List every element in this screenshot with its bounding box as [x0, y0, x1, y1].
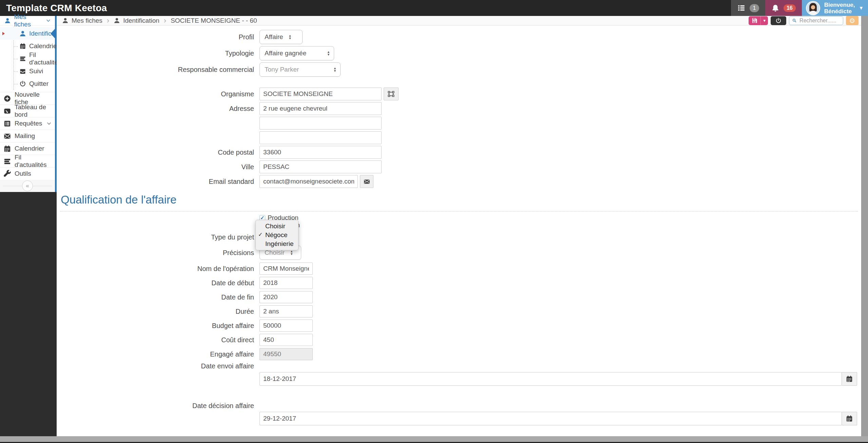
adresse-input-2[interactable]: [259, 117, 382, 130]
organisme-link-button[interactable]: [384, 88, 399, 100]
date-envoi-calendar-button[interactable]: [842, 372, 857, 386]
form-row-email: Email standard: [57, 175, 861, 188]
form-row-adresse-2: [57, 117, 861, 130]
logout-button[interactable]: [771, 16, 786, 25]
dropdown-option-choisir[interactable]: Choisir: [256, 222, 298, 231]
top-bar: Template CRM Keetoa 1 16 Bienvenue,Bénéd…: [0, 0, 868, 16]
code-postal-input[interactable]: [259, 146, 382, 159]
sidebar-menu: Mes fiches Identification Calendrier: [0, 16, 57, 192]
select-arrows-icon: ▲▼: [289, 34, 292, 40]
avatar: [806, 1, 820, 15]
field-label: Typologie: [57, 50, 259, 57]
form-row-precisions: Précisions Choisir ▲▼: [57, 246, 861, 260]
form-row-date-fin: Date de fin: [57, 291, 861, 303]
sidebar-item-calendrier[interactable]: Calendrier: [0, 40, 55, 52]
search-box: [789, 16, 843, 25]
scrollbar-vertical[interactable]: [861, 16, 868, 436]
save-split-button[interactable]: ▾: [749, 16, 768, 25]
breadcrumb: Mes fiches › Identification › SOCIETE MO…: [62, 16, 257, 25]
notifications-button[interactable]: 16: [765, 0, 802, 16]
email-input[interactable]: [259, 175, 358, 188]
sidebar-item-identification[interactable]: Identification: [0, 27, 55, 40]
ville-input[interactable]: [259, 160, 382, 173]
save-dropdown-caret[interactable]: ▾: [760, 16, 768, 25]
envelope-icon: [363, 178, 370, 185]
person-icon: [114, 17, 120, 24]
form-row-nom-operation: Nom de l'opération: [57, 263, 861, 275]
current-marker-icon: [2, 32, 5, 35]
field-label: Nom de l'opération: [57, 265, 259, 273]
sidebar-item-outils[interactable]: Outils: [0, 168, 55, 180]
organisme-input[interactable]: [259, 88, 382, 100]
dropdown-option-negoce[interactable]: ✓ Négoce: [256, 231, 298, 239]
user-menu-button[interactable]: Bienvenue,Bénédicte ▾: [802, 0, 868, 16]
feed-icon: [19, 55, 26, 62]
adresse-input[interactable]: [259, 102, 382, 115]
breadcrumb-mes-fiches[interactable]: Mes fiches: [72, 17, 102, 24]
nom-operation-input[interactable]: [259, 263, 313, 275]
calendar-icon: [846, 415, 853, 422]
dropdown-option-ingenierie[interactable]: Ingénierie: [256, 239, 298, 248]
form-row-ville: Ville: [57, 160, 861, 173]
record-form: Profil Affaire ▲▼ Typologie Affaire gagn…: [57, 25, 861, 436]
select-arrows-icon: ▲▼: [290, 250, 293, 255]
field-label: Ville: [57, 163, 259, 171]
sidebar-item-nouvelle-fiche[interactable]: Nouvelle fiche: [0, 92, 55, 105]
field-label: Email standard: [57, 178, 259, 186]
profil-select[interactable]: Affaire ▲▼: [259, 30, 303, 44]
calendar-icon: [19, 43, 26, 50]
form-row-type-projet: Type du projet Choisir ✓ Négoce Ingénier…: [57, 229, 861, 245]
responsable-select[interactable]: Tony Parker ▲▼: [259, 62, 341, 77]
breadcrumb-bar: Mes fiches › Identification › SOCIETE MO…: [57, 16, 861, 25]
sidebar-item-requetes[interactable]: Requêtes: [0, 117, 55, 130]
application-window: Template CRM Keetoa 1 16 Bienvenue,Bénéd…: [0, 0, 868, 443]
sidebar-item-suivi[interactable]: Suivi: [0, 65, 55, 77]
sidebar-item-fil-actualites-2[interactable]: Fil d'actualités: [0, 155, 55, 168]
sidebar-item-quitter[interactable]: Quitter: [0, 77, 55, 90]
typologie-select[interactable]: Affaire gagnée ▲▼: [259, 46, 334, 60]
form-row-typologie: Typologie Affaire gagnée ▲▼: [57, 46, 861, 60]
sidebar-collapsed-area: [0, 192, 57, 436]
breadcrumb-separator: ›: [164, 16, 166, 25]
field-label: Date envoi affaire: [57, 362, 259, 370]
inbox-icon: [19, 68, 26, 75]
duree-input[interactable]: [259, 305, 313, 317]
date-debut-input[interactable]: [259, 277, 313, 289]
date-envoi-input[interactable]: [259, 372, 842, 386]
toolbar: ▾ ⚙: [749, 16, 859, 25]
dashboard-icon: [3, 107, 11, 115]
sidebar-item-tableau-de-bord[interactable]: Tableau de bord: [0, 105, 55, 117]
wrench-icon: [3, 170, 11, 178]
search-input[interactable]: [799, 17, 840, 24]
budget-input[interactable]: [259, 320, 313, 332]
settings-button[interactable]: ⚙: [846, 16, 859, 25]
list-box-icon: [3, 120, 11, 128]
sidebar-item-mailing[interactable]: Mailing: [0, 130, 55, 142]
date-decision-calendar-button[interactable]: [842, 412, 857, 425]
form-row-profil: Profil Affaire ▲▼: [57, 30, 861, 44]
bell-icon: [771, 4, 779, 12]
field-label: Organisme: [57, 90, 259, 98]
sidebar-collapse-bar: «: [0, 180, 55, 192]
field-label: Précisions: [57, 249, 259, 257]
field-label: Date de fin: [57, 293, 259, 301]
date-fin-input[interactable]: [259, 291, 313, 303]
breadcrumb-identification[interactable]: Identification: [123, 17, 159, 24]
sidebar-collapse-button[interactable]: «: [22, 180, 33, 191]
activity-menu-button[interactable]: 1: [731, 0, 765, 16]
sidebar-item-calendrier-2[interactable]: Calendrier: [0, 142, 55, 155]
power-icon: [19, 80, 26, 87]
form-row-adresse-3: [57, 131, 861, 144]
engage-input: [259, 348, 313, 360]
breadcrumb-separator: ›: [107, 16, 109, 25]
section-title: Qualification de l'affaire: [60, 190, 858, 212]
field-label: Budget affaire: [57, 322, 259, 330]
facturation-checkbox-row: ✓ Facturation: [259, 222, 861, 229]
date-decision-input[interactable]: [259, 412, 842, 425]
sidebar-header-mes-fiches[interactable]: Mes fiches: [0, 16, 55, 25]
sidebar-item-fil-actualites[interactable]: Fil d'actualités: [0, 52, 55, 65]
send-email-button[interactable]: [360, 175, 373, 188]
cout-direct-input[interactable]: [259, 334, 313, 346]
field-label: Durée: [57, 308, 259, 315]
adresse-input-3[interactable]: [259, 131, 382, 144]
